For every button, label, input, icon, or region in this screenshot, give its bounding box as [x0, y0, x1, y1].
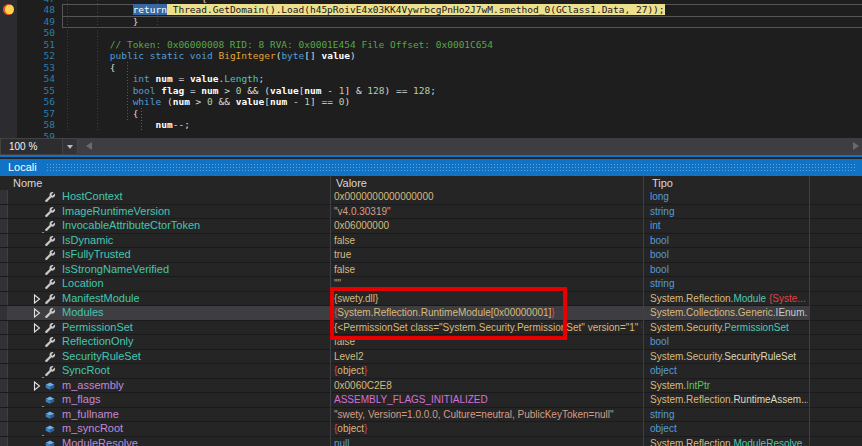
property-wrench-icon	[44, 206, 56, 218]
zoom-level-select[interactable]: 100 %	[0, 138, 63, 155]
scroll-left-icon[interactable]	[86, 142, 92, 150]
column-divider[interactable]	[809, 176, 810, 446]
code-token: num	[173, 96, 190, 107]
cell-text: bool	[650, 264, 669, 275]
code-token: -	[322, 85, 339, 96]
variable-name: m_assembly	[62, 379, 124, 393]
code-token: value	[236, 96, 265, 107]
locals-row-IsDynamic[interactable]: IsDynamicfalsebool	[0, 234, 862, 249]
locals-row-Modules[interactable]: Modules{System.Reflection.RuntimeModule[…	[0, 306, 862, 321]
code-token: 128	[413, 85, 430, 96]
type-cell: object	[650, 422, 808, 436]
value-cell: {<PermissionSet class="System.Security.P…	[334, 321, 642, 335]
locals-row-HostContext[interactable]: HostContext0x0000000000000000long	[0, 190, 862, 205]
instruction-pointer-icon[interactable]	[3, 4, 14, 15]
zoom-dropdown-button[interactable]	[63, 138, 78, 155]
type-cell: System.Collections.Generic.IEnum...	[650, 306, 808, 320]
scroll-right-icon[interactable]	[853, 142, 859, 150]
cell-text: 0x0000000000000000	[334, 191, 434, 202]
type-cell: bool	[650, 248, 808, 262]
name-cell: IsFullyTrusted	[8, 248, 328, 262]
expander-icon[interactable]	[33, 323, 41, 333]
variable-name: ReflectionOnly	[62, 335, 134, 349]
name-cell: m_fullname	[8, 408, 328, 422]
cell-text: ModuleResolve...	[733, 438, 808, 446]
variable-name: m_flags	[62, 393, 101, 407]
code-token: flag	[161, 85, 184, 96]
locals-row-InvocableAttributeCtorToken[interactable]: InvocableAttributeCtorToken0x06000000int	[0, 219, 862, 234]
value-cell: ASSEMBLY_FLAGS_INITIALIZED	[334, 393, 642, 407]
cell-text: true	[334, 249, 351, 260]
variable-name: HostContext	[62, 190, 123, 204]
cell-text: ""	[334, 278, 341, 289]
code-line-53: 53 {	[0, 62, 115, 74]
locals-row-ReflectionOnly[interactable]: ReflectionOnlyfalsebool	[0, 335, 862, 350]
name-cell: HostContext	[8, 190, 328, 204]
code-token: ;	[259, 73, 265, 84]
code-editor[interactable]: 47 {48 return Thread.GetDomain().Load(h4…	[0, 0, 862, 138]
code-token	[64, 96, 133, 107]
column-header-tipo[interactable]: Tipo	[652, 176, 673, 190]
name-cell: SyncRoot	[8, 364, 328, 378]
code-token: && (	[241, 85, 270, 96]
locals-row-m_fullname[interactable]: m_fullname"swety, Version=1.0.0.0, Cultu…	[0, 408, 862, 423]
locals-row-m_assembly[interactable]: m_assembly0x0060C2E8System.IntPtr	[0, 379, 862, 394]
column-header-valore[interactable]: Valore	[336, 176, 367, 190]
lock-badge-icon	[40, 431, 46, 436]
lock-badge-icon	[40, 417, 46, 422]
value-cell: "swety, Version=1.0.0.0, Culture=neutral…	[334, 408, 642, 422]
cell-text: false	[334, 336, 355, 347]
breakpoint-margin[interactable]	[0, 0, 17, 138]
name-cell: ImageRuntimeVersion	[8, 205, 328, 219]
cell-text: PermissionSet	[724, 322, 788, 333]
code-token: }	[64, 16, 138, 27]
column-header-nome[interactable]: Nome	[13, 176, 42, 190]
variable-name: Location	[62, 277, 104, 291]
private-field-icon	[44, 438, 56, 446]
locals-row-PermissionSet[interactable]: PermissionSet{<PermissionSet class="Syst…	[0, 321, 862, 336]
expander-icon[interactable]	[33, 294, 41, 304]
code-token: {	[64, 108, 138, 119]
name-cell: Location	[8, 277, 328, 291]
locals-row-m_flags[interactable]: m_flagsASSEMBLY_FLAGS_INITIALIZEDSystem.…	[0, 393, 862, 408]
cell-text: object	[650, 423, 677, 434]
expander-icon[interactable]	[33, 308, 41, 318]
code-token: (	[161, 96, 172, 107]
locals-row-ModuleResolve[interactable]: ModuleResolvenullSystem.Reflection.Modul…	[0, 437, 862, 446]
value-cell: false	[334, 234, 642, 248]
code-token: bool	[133, 85, 156, 96]
locals-row-Location[interactable]: Location""string	[0, 277, 862, 292]
locals-panel-titlebar[interactable]: Locali	[0, 159, 862, 176]
locals-row-m_syncRoot[interactable]: m_syncRoot{object}object	[0, 422, 862, 437]
cell-text: System.	[650, 380, 686, 391]
value-cell: {System.Reflection.RuntimeModule[0x00000…	[334, 306, 642, 320]
code-token: num	[304, 85, 321, 96]
name-cell: SecurityRuleSet	[8, 350, 328, 364]
code-token	[64, 50, 110, 61]
column-divider[interactable]	[643, 176, 644, 446]
locals-row-IsStrongNameVerified[interactable]: IsStrongNameVerifiedfalsebool	[0, 263, 862, 278]
locals-row-SecurityRuleSet[interactable]: SecurityRuleSetLevel2System.Security.Sec…	[0, 350, 862, 365]
cell-text: {swety.dll}	[334, 293, 378, 304]
code-token	[64, 119, 156, 130]
locals-row-SyncRoot[interactable]: SyncRoot{object}object	[0, 364, 862, 379]
variable-name: ImageRuntimeVersion	[62, 205, 170, 219]
type-cell: bool	[650, 234, 808, 248]
locals-row-ImageRuntimeVersion[interactable]: ImageRuntimeVersion"v4.0.30319"string	[0, 205, 862, 220]
value-cell: false	[334, 335, 642, 349]
lock-badge-icon	[40, 228, 46, 233]
code-token: // Token: 0x06000008 RID: 8 RVA: 0x0001E…	[110, 39, 493, 50]
horizontal-scrollbar[interactable]	[83, 138, 862, 155]
locals-row-IsFullyTrusted[interactable]: IsFullyTrustedtruebool	[0, 248, 862, 263]
name-cell: Modules	[8, 306, 328, 320]
debugger-window: 47 {48 return Thread.GetDomain().Load(h4…	[0, 0, 862, 446]
code-token: )	[350, 50, 356, 61]
property-wrench-icon	[44, 336, 56, 348]
code-token: >	[219, 85, 236, 96]
code-token	[64, 85, 133, 96]
code-line-58: 58 num--;	[0, 119, 190, 131]
column-divider[interactable]	[330, 176, 331, 446]
cell-text: bool	[650, 336, 669, 347]
locals-row-ManifestModule[interactable]: ManifestModule{swety.dll}System.Reflecti…	[0, 292, 862, 307]
panel-title: Locali	[8, 161, 37, 173]
